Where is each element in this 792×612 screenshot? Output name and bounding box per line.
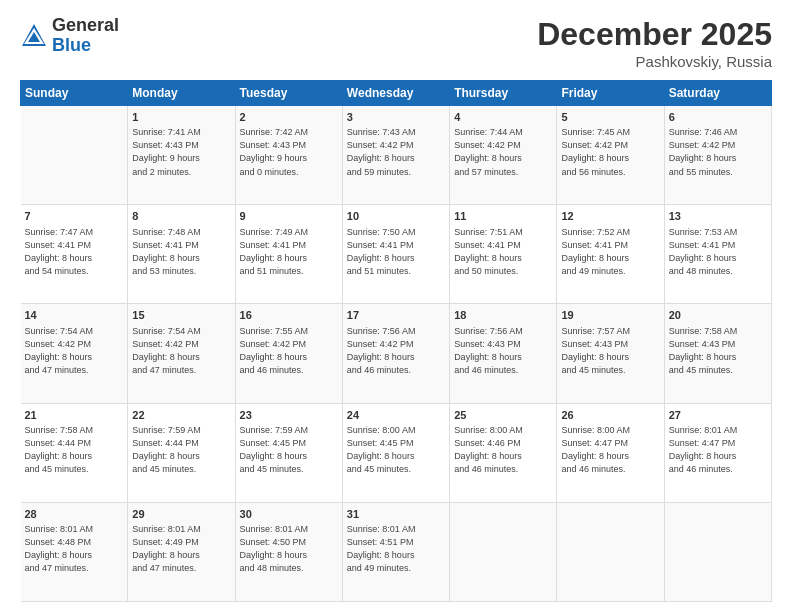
calendar-cell: 24Sunrise: 8:00 AMSunset: 4:45 PMDayligh…	[342, 403, 449, 502]
calendar-header: SundayMondayTuesdayWednesdayThursdayFrid…	[21, 81, 772, 106]
calendar-cell: 27Sunrise: 8:01 AMSunset: 4:47 PMDayligh…	[664, 403, 771, 502]
day-number: 17	[347, 308, 445, 323]
day-info: Sunrise: 8:00 AMSunset: 4:45 PMDaylight:…	[347, 424, 445, 476]
day-info: Sunrise: 7:43 AMSunset: 4:42 PMDaylight:…	[347, 126, 445, 178]
calendar-cell: 29Sunrise: 8:01 AMSunset: 4:49 PMDayligh…	[128, 502, 235, 601]
day-info: Sunrise: 7:58 AMSunset: 4:44 PMDaylight:…	[25, 424, 124, 476]
header-row: SundayMondayTuesdayWednesdayThursdayFrid…	[21, 81, 772, 106]
calendar-cell: 18Sunrise: 7:56 AMSunset: 4:43 PMDayligh…	[450, 304, 557, 403]
logo-general-text: General	[52, 16, 119, 36]
day-info: Sunrise: 7:53 AMSunset: 4:41 PMDaylight:…	[669, 226, 767, 278]
week-row-4: 21Sunrise: 7:58 AMSunset: 4:44 PMDayligh…	[21, 403, 772, 502]
calendar-cell: 8Sunrise: 7:48 AMSunset: 4:41 PMDaylight…	[128, 205, 235, 304]
location: Pashkovskiy, Russia	[537, 53, 772, 70]
day-number: 16	[240, 308, 338, 323]
day-number: 31	[347, 507, 445, 522]
calendar-cell: 28Sunrise: 8:01 AMSunset: 4:48 PMDayligh…	[21, 502, 128, 601]
calendar-cell: 30Sunrise: 8:01 AMSunset: 4:50 PMDayligh…	[235, 502, 342, 601]
col-header-monday: Monday	[128, 81, 235, 106]
col-header-saturday: Saturday	[664, 81, 771, 106]
calendar-table: SundayMondayTuesdayWednesdayThursdayFrid…	[20, 80, 772, 602]
day-number: 9	[240, 209, 338, 224]
col-header-sunday: Sunday	[21, 81, 128, 106]
day-info: Sunrise: 8:01 AMSunset: 4:50 PMDaylight:…	[240, 523, 338, 575]
calendar-cell: 6Sunrise: 7:46 AMSunset: 4:42 PMDaylight…	[664, 106, 771, 205]
calendar-cell: 14Sunrise: 7:54 AMSunset: 4:42 PMDayligh…	[21, 304, 128, 403]
header: General Blue December 2025 Pashkovskiy, …	[20, 16, 772, 70]
day-number: 14	[25, 308, 124, 323]
day-number: 15	[132, 308, 230, 323]
col-header-friday: Friday	[557, 81, 664, 106]
day-number: 30	[240, 507, 338, 522]
day-number: 18	[454, 308, 552, 323]
day-number: 2	[240, 110, 338, 125]
calendar-cell: 31Sunrise: 8:01 AMSunset: 4:51 PMDayligh…	[342, 502, 449, 601]
day-number: 29	[132, 507, 230, 522]
calendar-cell: 3Sunrise: 7:43 AMSunset: 4:42 PMDaylight…	[342, 106, 449, 205]
calendar-cell	[450, 502, 557, 601]
calendar-cell: 23Sunrise: 7:59 AMSunset: 4:45 PMDayligh…	[235, 403, 342, 502]
calendar-cell: 7Sunrise: 7:47 AMSunset: 4:41 PMDaylight…	[21, 205, 128, 304]
day-info: Sunrise: 7:54 AMSunset: 4:42 PMDaylight:…	[25, 325, 124, 377]
day-number: 5	[561, 110, 659, 125]
calendar-body: 1Sunrise: 7:41 AMSunset: 4:43 PMDaylight…	[21, 106, 772, 602]
day-number: 22	[132, 408, 230, 423]
day-info: Sunrise: 8:01 AMSunset: 4:49 PMDaylight:…	[132, 523, 230, 575]
day-info: Sunrise: 7:59 AMSunset: 4:44 PMDaylight:…	[132, 424, 230, 476]
logo: General Blue	[20, 16, 119, 56]
calendar-cell: 9Sunrise: 7:49 AMSunset: 4:41 PMDaylight…	[235, 205, 342, 304]
calendar-cell: 26Sunrise: 8:00 AMSunset: 4:47 PMDayligh…	[557, 403, 664, 502]
day-number: 19	[561, 308, 659, 323]
day-info: Sunrise: 7:59 AMSunset: 4:45 PMDaylight:…	[240, 424, 338, 476]
day-info: Sunrise: 7:58 AMSunset: 4:43 PMDaylight:…	[669, 325, 767, 377]
day-info: Sunrise: 7:56 AMSunset: 4:43 PMDaylight:…	[454, 325, 552, 377]
calendar-cell: 2Sunrise: 7:42 AMSunset: 4:43 PMDaylight…	[235, 106, 342, 205]
day-info: Sunrise: 7:56 AMSunset: 4:42 PMDaylight:…	[347, 325, 445, 377]
calendar-cell: 19Sunrise: 7:57 AMSunset: 4:43 PMDayligh…	[557, 304, 664, 403]
day-info: Sunrise: 7:46 AMSunset: 4:42 PMDaylight:…	[669, 126, 767, 178]
day-number: 1	[132, 110, 230, 125]
calendar-cell: 22Sunrise: 7:59 AMSunset: 4:44 PMDayligh…	[128, 403, 235, 502]
day-info: Sunrise: 8:01 AMSunset: 4:47 PMDaylight:…	[669, 424, 767, 476]
day-info: Sunrise: 8:00 AMSunset: 4:46 PMDaylight:…	[454, 424, 552, 476]
day-info: Sunrise: 7:52 AMSunset: 4:41 PMDaylight:…	[561, 226, 659, 278]
calendar-cell: 4Sunrise: 7:44 AMSunset: 4:42 PMDaylight…	[450, 106, 557, 205]
page: General Blue December 2025 Pashkovskiy, …	[0, 0, 792, 612]
day-number: 7	[25, 209, 124, 224]
day-number: 23	[240, 408, 338, 423]
day-number: 3	[347, 110, 445, 125]
col-header-tuesday: Tuesday	[235, 81, 342, 106]
day-info: Sunrise: 7:51 AMSunset: 4:41 PMDaylight:…	[454, 226, 552, 278]
day-info: Sunrise: 7:57 AMSunset: 4:43 PMDaylight:…	[561, 325, 659, 377]
calendar-cell: 11Sunrise: 7:51 AMSunset: 4:41 PMDayligh…	[450, 205, 557, 304]
calendar-cell: 10Sunrise: 7:50 AMSunset: 4:41 PMDayligh…	[342, 205, 449, 304]
day-info: Sunrise: 7:50 AMSunset: 4:41 PMDaylight:…	[347, 226, 445, 278]
day-info: Sunrise: 7:54 AMSunset: 4:42 PMDaylight:…	[132, 325, 230, 377]
day-number: 26	[561, 408, 659, 423]
day-number: 6	[669, 110, 767, 125]
calendar-cell: 25Sunrise: 8:00 AMSunset: 4:46 PMDayligh…	[450, 403, 557, 502]
calendar-cell: 20Sunrise: 7:58 AMSunset: 4:43 PMDayligh…	[664, 304, 771, 403]
calendar-cell	[664, 502, 771, 601]
week-row-3: 14Sunrise: 7:54 AMSunset: 4:42 PMDayligh…	[21, 304, 772, 403]
logo-text: General Blue	[52, 16, 119, 56]
day-info: Sunrise: 7:44 AMSunset: 4:42 PMDaylight:…	[454, 126, 552, 178]
day-number: 21	[25, 408, 124, 423]
week-row-2: 7Sunrise: 7:47 AMSunset: 4:41 PMDaylight…	[21, 205, 772, 304]
day-info: Sunrise: 7:45 AMSunset: 4:42 PMDaylight:…	[561, 126, 659, 178]
calendar-cell: 21Sunrise: 7:58 AMSunset: 4:44 PMDayligh…	[21, 403, 128, 502]
day-info: Sunrise: 7:42 AMSunset: 4:43 PMDaylight:…	[240, 126, 338, 178]
calendar-cell: 12Sunrise: 7:52 AMSunset: 4:41 PMDayligh…	[557, 205, 664, 304]
logo-blue-text: Blue	[52, 36, 119, 56]
calendar-cell: 16Sunrise: 7:55 AMSunset: 4:42 PMDayligh…	[235, 304, 342, 403]
day-number: 28	[25, 507, 124, 522]
day-number: 25	[454, 408, 552, 423]
day-info: Sunrise: 8:01 AMSunset: 4:48 PMDaylight:…	[25, 523, 124, 575]
day-info: Sunrise: 7:49 AMSunset: 4:41 PMDaylight:…	[240, 226, 338, 278]
calendar-cell: 17Sunrise: 7:56 AMSunset: 4:42 PMDayligh…	[342, 304, 449, 403]
day-number: 4	[454, 110, 552, 125]
calendar-cell	[21, 106, 128, 205]
calendar-cell: 1Sunrise: 7:41 AMSunset: 4:43 PMDaylight…	[128, 106, 235, 205]
day-number: 24	[347, 408, 445, 423]
calendar-cell: 15Sunrise: 7:54 AMSunset: 4:42 PMDayligh…	[128, 304, 235, 403]
